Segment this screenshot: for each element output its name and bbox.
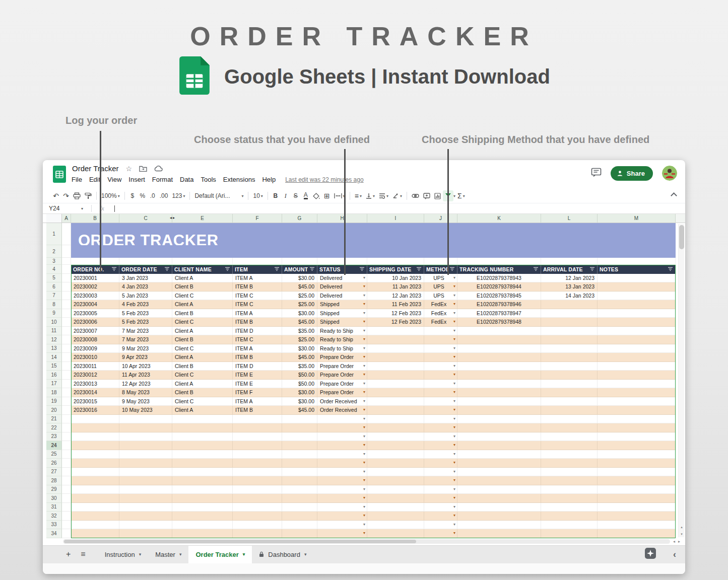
cell-M16[interactable] (598, 371, 676, 380)
cell-F20[interactable]: ITEM B (233, 406, 282, 415)
cell-B32[interactable] (71, 512, 119, 521)
cell-H31[interactable]: ▾ (317, 503, 367, 512)
cell-H29[interactable]: ▾ (317, 485, 367, 494)
cell-K19[interactable] (457, 397, 541, 406)
cell-H27[interactable]: ▾ (317, 468, 367, 477)
status-dropdown-arrow[interactable]: ▾ (363, 496, 365, 500)
cell-B8[interactable]: 20230004 (71, 300, 119, 309)
cell-J6[interactable]: UPS▾ (424, 282, 457, 292)
cell-B3[interactable] (71, 258, 119, 265)
cell-I26[interactable] (367, 459, 424, 468)
cell-B13[interactable]: 20230009 (71, 344, 119, 353)
cell-H21[interactable]: ▾ (317, 415, 367, 424)
cell-A5[interactable] (62, 274, 71, 283)
cell-I17[interactable] (367, 380, 424, 389)
cell-K32[interactable] (457, 512, 541, 521)
row-header-20[interactable]: 20 (46, 406, 62, 415)
cell-L23[interactable] (541, 432, 598, 442)
cloud-save-status-icon[interactable] (154, 166, 163, 172)
method-dropdown-arrow[interactable]: ▾ (453, 478, 455, 482)
show-side-panel-icon[interactable]: ‹ (673, 549, 676, 560)
cell-M29[interactable] (598, 485, 676, 494)
method-dropdown-arrow[interactable]: ▾ (453, 505, 455, 509)
last-edit-link[interactable]: Last edit was 22 minutes ago (285, 176, 363, 183)
cell-F23[interactable] (233, 432, 282, 442)
scroll-up-icon[interactable]: ▴ (679, 524, 685, 530)
row-header-23[interactable]: 23 (46, 432, 62, 442)
cell-K15[interactable] (457, 362, 541, 371)
cell-E7[interactable]: Client C (172, 292, 233, 301)
cell-L14[interactable] (541, 353, 598, 362)
filter-icon[interactable] (416, 267, 422, 271)
cell-J18[interactable]: ▾ (424, 388, 457, 397)
status-dropdown-arrow[interactable]: ▾ (363, 417, 365, 421)
cell-G14[interactable]: $45.00 (282, 353, 317, 362)
table-header-client-name[interactable]: CLIENT NAME (172, 265, 233, 274)
cell-C11[interactable]: 7 Mar 2023 (119, 327, 172, 336)
cell-C30[interactable] (119, 494, 172, 503)
row-header-18[interactable]: 18 (46, 388, 62, 397)
cell-A15[interactable] (62, 362, 71, 371)
cell-C19[interactable]: 9 May 2023 (119, 397, 172, 406)
cell-H17[interactable]: Prepare Order▾ (317, 380, 367, 389)
cell-J22[interactable]: ▾ (424, 423, 457, 432)
cell-E6[interactable]: Client B (172, 282, 233, 292)
cell-A20[interactable] (62, 406, 71, 415)
italic-button[interactable]: I (281, 190, 291, 201)
status-dropdown-arrow[interactable]: ▾ (363, 514, 365, 518)
cell-E15[interactable]: Client B (172, 362, 233, 371)
status-dropdown-arrow[interactable]: ▾ (363, 523, 365, 527)
cell-A31[interactable] (62, 503, 71, 512)
status-dropdown-arrow[interactable]: ▾ (363, 294, 365, 298)
column-header-K[interactable]: K (457, 214, 541, 223)
cell-E3[interactable] (172, 258, 233, 265)
cell-C22[interactable] (119, 423, 172, 432)
cell-M34[interactable] (598, 529, 676, 538)
status-dropdown-arrow[interactable]: ▾ (363, 373, 365, 377)
cell-G29[interactable] (282, 485, 317, 494)
cell-A13[interactable] (62, 344, 71, 353)
cell-F17[interactable]: ITEM E (233, 380, 282, 389)
row-header-24[interactable]: 24 (46, 441, 62, 450)
cell-G15[interactable]: $35.00 (282, 362, 317, 371)
cell-C31[interactable] (119, 503, 172, 512)
cell-G7[interactable]: $25.00 (282, 292, 317, 301)
cell-E19[interactable]: Client C (172, 397, 233, 406)
cell-K20[interactable] (457, 406, 541, 415)
cell-A2[interactable] (62, 245, 71, 258)
format-percent-button[interactable]: % (138, 190, 148, 201)
cell-I31[interactable] (367, 503, 424, 512)
cell-C16[interactable]: 11 Apr 2023 (119, 371, 172, 380)
method-dropdown-arrow[interactable]: ▾ (453, 284, 455, 288)
cell-E12[interactable]: Client B (172, 335, 233, 344)
row-header-14[interactable]: 14 (46, 353, 62, 362)
cell-F11[interactable]: ITEM D (233, 327, 282, 336)
cell-A7[interactable] (62, 292, 71, 301)
cell-E17[interactable]: Client A (172, 380, 233, 389)
cell-B15[interactable]: 20230011 (71, 362, 119, 371)
cell-C27[interactable] (119, 468, 172, 477)
method-dropdown-arrow[interactable]: ▾ (453, 523, 455, 527)
cell-K28[interactable] (457, 476, 541, 485)
cell-A24[interactable] (62, 441, 71, 450)
cell-H32[interactable]: ▾ (317, 512, 367, 521)
cell-H5[interactable]: Delivered▾ (317, 274, 367, 283)
cell-J20[interactable]: ▾ (424, 406, 457, 415)
cell-B21[interactable] (71, 415, 119, 424)
cell-F16[interactable]: ITEM E (233, 371, 282, 380)
status-dropdown-arrow[interactable]: ▾ (363, 364, 365, 368)
cell-J21[interactable]: ▾ (424, 415, 457, 424)
cell-E16[interactable]: Client C (172, 371, 233, 380)
filter-icon[interactable] (359, 267, 365, 271)
cell-B10[interactable]: 20230006 (71, 318, 119, 327)
cell-J34[interactable]: ▾ (424, 529, 457, 538)
cell-K27[interactable] (457, 468, 541, 477)
cell-H14[interactable]: Prepare Order▾ (317, 353, 367, 362)
cell-M10[interactable] (598, 318, 676, 327)
cell-I6[interactable]: 11 Jan 2023 (367, 282, 424, 292)
cell-K12[interactable] (457, 335, 541, 344)
text-color-button[interactable]: A (301, 190, 311, 201)
cell-F26[interactable] (233, 459, 282, 468)
cell-C29[interactable] (119, 485, 172, 494)
cell-L3[interactable] (541, 258, 598, 265)
